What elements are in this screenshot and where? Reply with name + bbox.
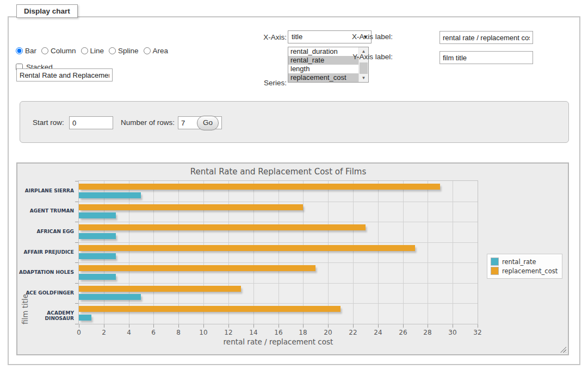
bar-replacement_cost <box>79 224 366 230</box>
x-tick-mark <box>153 324 154 328</box>
x-tick-mark <box>203 324 204 328</box>
chart-title: Rental Rate and Replacement Cost of Film… <box>78 167 478 177</box>
x-tick-label: 8 <box>168 329 189 336</box>
gridline-vertical <box>378 181 379 324</box>
x-tick-label: 18 <box>292 329 314 336</box>
category-label: AFRICAN EGG <box>17 229 74 234</box>
x-tick-mark <box>453 324 453 328</box>
x-axis-selected-value: title <box>292 33 302 41</box>
y-axis-label-input[interactable] <box>440 51 533 64</box>
gridline-horizontal <box>79 262 478 263</box>
chart-title-input[interactable] <box>16 68 113 81</box>
x-tick-mark <box>478 324 478 328</box>
y-tick-mark <box>75 222 78 222</box>
x-tick-label: 2 <box>93 329 115 336</box>
go-button[interactable]: Go <box>197 116 219 130</box>
gridline-vertical <box>129 181 129 324</box>
category-label: ACADEMY DINOSAUR <box>17 310 74 321</box>
scroll-down-icon[interactable]: ▼ <box>359 74 368 82</box>
gridline-vertical <box>253 181 254 324</box>
gridline-horizontal <box>79 242 478 243</box>
x-tick-label: 20 <box>317 329 339 336</box>
gridline-vertical <box>178 181 179 324</box>
y-tick-mark <box>75 283 78 284</box>
x-tick-label: 10 <box>193 329 214 336</box>
gridline-vertical <box>328 181 329 324</box>
pager-panel: Start row: Number of rows: Go <box>20 101 569 143</box>
x-tick-label: 32 <box>467 329 488 336</box>
chart-legend: rental_ratereplacement_cost <box>487 254 562 279</box>
bar-rental_rate <box>79 192 141 198</box>
x-tick-mark <box>378 324 379 328</box>
x-tick-mark <box>328 324 329 328</box>
x-tick-mark <box>253 324 254 328</box>
gridline-vertical <box>203 181 204 324</box>
bar-rental_rate <box>79 294 141 300</box>
y-tick-mark <box>75 181 78 181</box>
chart-type-item-area: Area <box>144 47 169 55</box>
chart-type-radio-bar[interactable] <box>16 47 23 54</box>
gridline-vertical <box>428 181 428 324</box>
gridline-vertical <box>303 181 304 324</box>
y-tick-mark <box>75 262 78 263</box>
chart-type-radio-line[interactable] <box>81 47 88 54</box>
y-axis-caption-label: Y-Axis label: <box>348 53 393 61</box>
chart-type-radio-column[interactable] <box>41 47 48 54</box>
chart-type-radio-spline[interactable] <box>109 47 116 54</box>
x-axis-caption-label: X-Axis label: <box>348 33 393 41</box>
resize-handle-icon[interactable] <box>560 347 566 353</box>
bar-rental_rate <box>79 253 116 259</box>
gridline-vertical <box>228 181 229 324</box>
chart-type-item-column: Column <box>41 47 76 55</box>
gridline-horizontal <box>79 222 478 222</box>
bar-rental_rate <box>79 315 91 321</box>
y-tick-mark <box>75 242 78 243</box>
category-label: ACE GOLDFINGER <box>17 290 74 296</box>
fieldset-legend: Display chart <box>16 4 78 18</box>
x-tick-label: 16 <box>268 329 289 336</box>
chart-plot-area <box>78 180 478 324</box>
x-tick-label: 0 <box>68 329 90 336</box>
bar-rental_rate <box>79 274 116 280</box>
x-tick-mark <box>428 324 428 328</box>
x-tick-mark <box>278 324 279 328</box>
gridline-horizontal <box>79 303 478 304</box>
chart-type-radio-label: Line <box>90 47 104 55</box>
start-row-input[interactable] <box>69 116 113 129</box>
gridline-vertical <box>278 181 279 324</box>
x-tick-label: 28 <box>417 329 438 336</box>
category-label: ADAPTATION HOLES <box>17 269 74 275</box>
x-tick-label: 12 <box>218 329 239 336</box>
legend-swatch-replacement_cost <box>491 267 499 275</box>
scrollbar-thumb[interactable] <box>360 62 368 74</box>
series-listbox[interactable]: rental_durationrental_ratelengthreplacem… <box>288 47 369 83</box>
series-option-length[interactable]: length <box>288 65 359 73</box>
x-tick-mark <box>129 324 129 328</box>
bar-rental_rate <box>79 212 116 218</box>
gridline-horizontal <box>79 202 478 202</box>
chart-type-radio-area[interactable] <box>144 47 151 54</box>
x-tick-mark <box>353 324 354 328</box>
x-tick-label: 30 <box>442 329 463 336</box>
x-axis-label-input[interactable] <box>440 31 533 44</box>
chart-panel: Rental Rate and Replacement Cost of Film… <box>16 162 569 355</box>
x-tick-mark <box>403 324 404 328</box>
chart-type-item-spline: Spline <box>109 47 139 55</box>
y-tick-mark <box>75 303 78 304</box>
x-tick-label: 24 <box>367 329 389 336</box>
legend-swatch-rental_rate <box>491 258 499 266</box>
x-tick-label: 4 <box>118 329 140 336</box>
chart-type-radio-label: Bar <box>25 47 36 55</box>
x-tick-mark <box>228 324 229 328</box>
series-label: Series: <box>215 79 287 87</box>
category-label: AFFAIR PREJUDICE <box>17 249 74 255</box>
y-tick-mark <box>75 202 78 202</box>
bar-replacement_cost <box>79 245 415 251</box>
category-label: AGENT TRUMAN <box>17 208 74 214</box>
x-tick-mark <box>178 324 179 328</box>
legend-label: replacement_cost <box>502 267 558 275</box>
bar-replacement_cost <box>79 286 241 292</box>
gridline-vertical <box>353 181 354 324</box>
series-option-replacement_cost[interactable]: replacement_cost <box>288 73 359 82</box>
x-tick-mark <box>104 324 104 328</box>
